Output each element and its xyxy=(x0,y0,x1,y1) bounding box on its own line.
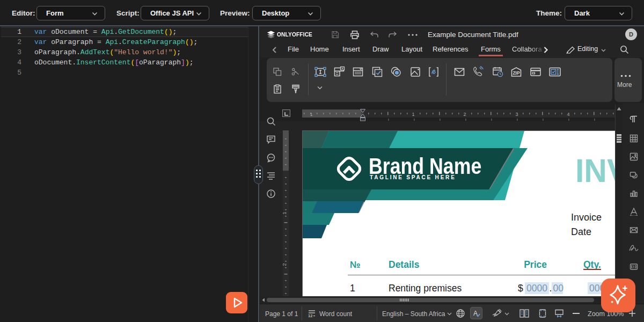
svg-text:2: 2 xyxy=(283,263,287,266)
svg-text:1: 1 xyxy=(412,112,414,117)
svg-text:ZIP: ZIP xyxy=(513,70,520,76)
svg-text:1: 1 xyxy=(310,112,312,117)
svg-text:12: 12 xyxy=(308,313,312,318)
svg-text:1: 1 xyxy=(283,211,287,214)
svg-text:2: 2 xyxy=(463,112,466,117)
svg-text:4: 4 xyxy=(567,112,569,117)
svg-text:A: A xyxy=(473,310,478,317)
svg-text:3: 3 xyxy=(515,112,518,117)
